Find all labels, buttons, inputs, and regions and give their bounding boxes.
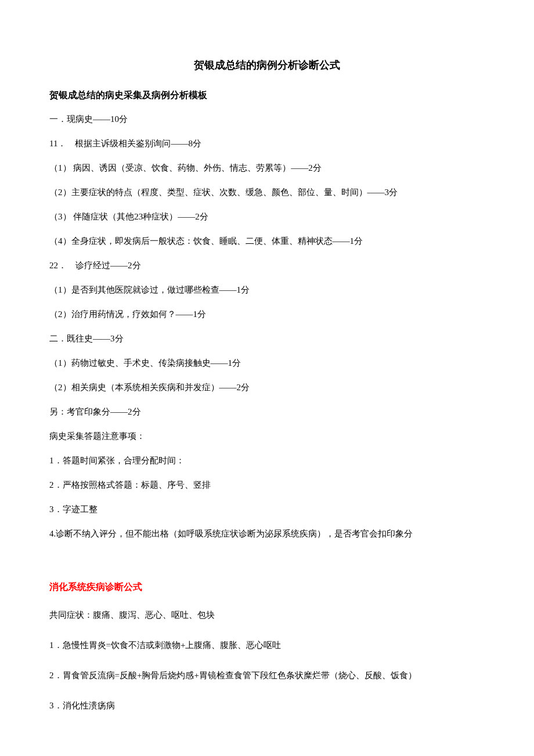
content-line: （1）药物过敏史、手术史、传染病接触史——1分	[49, 356, 485, 370]
content-line: 4.诊断不纳入评分，但不能出格（如呼吸系统症状诊断为泌尿系统疾病），是否考官会扣…	[49, 527, 485, 541]
content-line: （2）治疗用药情况，疗效如何？——1分	[49, 307, 485, 321]
section-line: 1．急慢性胃炎=饮食不洁或刺激物+上腹痛、腹胀、恶心呕吐	[49, 638, 485, 652]
content-line: 2．严格按照格式答题：标题、序号、竖排	[49, 478, 485, 492]
content-line: 22． 诊疗经过——2分	[49, 258, 485, 272]
content-line: 另：考官印象分——2分	[49, 405, 485, 419]
content-line: 病史采集答题注意事项：	[49, 429, 485, 443]
content-line: 二．既往史——3分	[49, 332, 485, 345]
content-line: 11． 根据主诉级相关鉴别询问——8分	[49, 136, 485, 150]
content-line: （3） 伴随症状（其他23种症状）——2分	[49, 210, 485, 224]
document-subtitle: 贺银成总结的病史采集及病例分析模板	[49, 89, 485, 102]
content-line: 3．字迹工整	[49, 502, 485, 516]
content-line: 一．现病史——10分	[49, 112, 485, 126]
content-line: （1） 病因、诱因（受凉、饮食、药物、外伤、情志、劳累等）——2分	[49, 161, 485, 175]
document-title: 贺银成总结的病例分析诊断公式	[49, 58, 485, 72]
section-line: 共同症状：腹痛、腹泻、恶心、呕吐、包块	[49, 608, 485, 622]
section-line: 3．消化性溃疡病	[49, 699, 485, 712]
content-line: （2）相关病史（本系统相关疾病和并发症）——2分	[49, 380, 485, 394]
content-line: （4）全身症状，即发病后一般状态：饮食、睡眠、二便、体重、精神状态——1分	[49, 234, 485, 248]
section-heading: 消化系统疾病诊断公式	[49, 581, 485, 593]
content-line: （2）主要症状的特点（程度、类型、症状、次数、缓急、颜色、部位、量、时间）——3…	[49, 185, 485, 199]
section-line: 2．胃食管反流病=反酸+胸骨后烧灼感+胃镜检查食管下段红色条状糜烂带（烧心、反酸…	[49, 668, 485, 682]
content-line: 1．答题时间紧张，合理分配时间：	[49, 453, 485, 467]
content-line: （1）是否到其他医院就诊过，做过哪些检查——1分	[49, 283, 485, 297]
